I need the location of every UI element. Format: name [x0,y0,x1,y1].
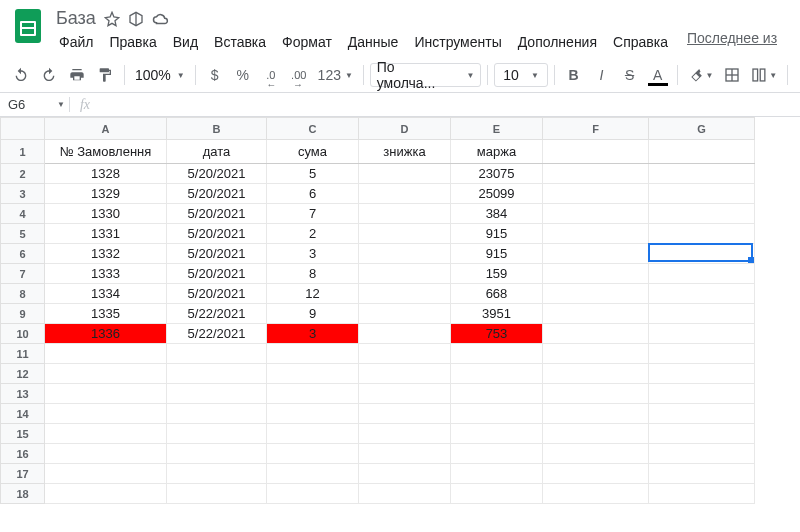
row-header-8[interactable]: 8 [1,284,45,304]
menu-addons[interactable]: Дополнения [511,30,604,54]
row-header-11[interactable]: 11 [1,344,45,364]
cell-G14[interactable] [649,404,755,424]
menu-insert[interactable]: Вставка [207,30,273,54]
cell-E12[interactable] [451,364,543,384]
cell-E14[interactable] [451,404,543,424]
menu-view[interactable]: Вид [166,30,205,54]
cell-B1[interactable]: дата [167,140,267,164]
font-family-select[interactable]: По умолча...▼ [370,63,482,87]
cell-C3[interactable]: 6 [267,184,359,204]
cell-D2[interactable] [359,164,451,184]
cell-E10[interactable]: 753 [451,324,543,344]
row-header-12[interactable]: 12 [1,364,45,384]
cell-B13[interactable] [167,384,267,404]
cell-D6[interactable] [359,244,451,264]
cell-B2[interactable]: 5/20/2021 [167,164,267,184]
star-icon[interactable] [104,11,120,27]
cell-A16[interactable] [45,444,167,464]
cell-A3[interactable]: 1329 [45,184,167,204]
cell-A18[interactable] [45,484,167,504]
cell-F12[interactable] [543,364,649,384]
cell-F11[interactable] [543,344,649,364]
cell-E13[interactable] [451,384,543,404]
cell-G7[interactable] [649,264,755,284]
cell-C7[interactable]: 8 [267,264,359,284]
col-header-C[interactable]: C [267,118,359,140]
more-formats-button[interactable]: 123▼ [314,62,357,88]
cell-E2[interactable]: 23075 [451,164,543,184]
cell-A4[interactable]: 1330 [45,204,167,224]
increase-decimal-button[interactable]: .00→ [286,62,312,88]
cell-B14[interactable] [167,404,267,424]
zoom-select[interactable]: 100%▼ [131,67,189,83]
undo-button[interactable] [8,62,34,88]
cell-E16[interactable] [451,444,543,464]
cell-G5[interactable] [649,224,755,244]
fill-color-button[interactable]: ▼ [684,62,718,88]
cell-F18[interactable] [543,484,649,504]
cell-A14[interactable] [45,404,167,424]
cell-C17[interactable] [267,464,359,484]
cell-G4[interactable] [649,204,755,224]
cell-D14[interactable] [359,404,451,424]
cell-C16[interactable] [267,444,359,464]
row-header-3[interactable]: 3 [1,184,45,204]
italic-button[interactable]: I [589,62,615,88]
sheets-logo[interactable] [8,6,48,46]
menu-help[interactable]: Справка [606,30,675,54]
row-header-10[interactable]: 10 [1,324,45,344]
cell-F2[interactable] [543,164,649,184]
cell-F9[interactable] [543,304,649,324]
move-icon[interactable] [128,11,144,27]
col-header-B[interactable]: B [167,118,267,140]
cell-D8[interactable] [359,284,451,304]
cell-E15[interactable] [451,424,543,444]
cell-C4[interactable]: 7 [267,204,359,224]
cell-C5[interactable]: 2 [267,224,359,244]
cell-G1[interactable] [649,140,755,164]
cell-D11[interactable] [359,344,451,364]
cell-C13[interactable] [267,384,359,404]
cell-E17[interactable] [451,464,543,484]
row-header-2[interactable]: 2 [1,164,45,184]
row-header-13[interactable]: 13 [1,384,45,404]
cell-C8[interactable]: 12 [267,284,359,304]
cell-G11[interactable] [649,344,755,364]
row-header-7[interactable]: 7 [1,264,45,284]
cell-E1[interactable]: маржа [451,140,543,164]
cell-D3[interactable] [359,184,451,204]
cell-B5[interactable]: 5/20/2021 [167,224,267,244]
menu-tools[interactable]: Инструменты [407,30,508,54]
cell-D4[interactable] [359,204,451,224]
cell-F3[interactable] [543,184,649,204]
cell-B16[interactable] [167,444,267,464]
font-size-select[interactable]: 10▼ [494,63,547,87]
cell-G12[interactable] [649,364,755,384]
cell-F1[interactable] [543,140,649,164]
cell-F14[interactable] [543,404,649,424]
cell-G17[interactable] [649,464,755,484]
cell-B8[interactable]: 5/20/2021 [167,284,267,304]
doc-title[interactable]: База [56,8,96,29]
cell-E8[interactable]: 668 [451,284,543,304]
cell-B6[interactable]: 5/20/2021 [167,244,267,264]
cell-G13[interactable] [649,384,755,404]
cell-D16[interactable] [359,444,451,464]
cell-F15[interactable] [543,424,649,444]
cell-E6[interactable]: 915 [451,244,543,264]
cell-E18[interactable] [451,484,543,504]
cell-G16[interactable] [649,444,755,464]
row-header-14[interactable]: 14 [1,404,45,424]
row-header-9[interactable]: 9 [1,304,45,324]
row-header-18[interactable]: 18 [1,484,45,504]
cell-A13[interactable] [45,384,167,404]
cell-C15[interactable] [267,424,359,444]
cell-B7[interactable]: 5/20/2021 [167,264,267,284]
formula-input[interactable] [100,93,800,116]
bold-button[interactable]: B [561,62,587,88]
cell-A1[interactable]: № Замовлення [45,140,167,164]
cell-C18[interactable] [267,484,359,504]
cell-A12[interactable] [45,364,167,384]
row-header-17[interactable]: 17 [1,464,45,484]
cell-D9[interactable] [359,304,451,324]
